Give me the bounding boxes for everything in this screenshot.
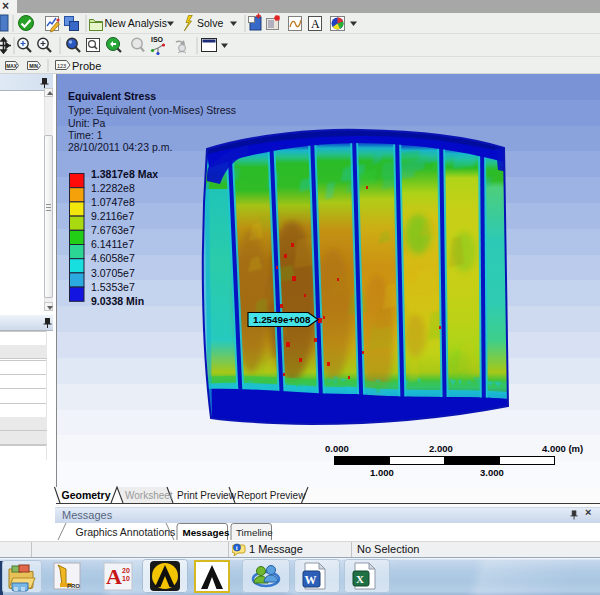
svg-text:Report Preview: Report Preview: [237, 490, 306, 501]
svg-text:6.1411e7: 6.1411e7: [91, 238, 134, 250]
svg-text:4.000 (m): 4.000 (m): [542, 443, 583, 454]
svg-text:10: 10: [122, 575, 130, 582]
svg-text:1.2282e8: 1.2282e8: [91, 182, 135, 194]
svg-text:New Analysis: New Analysis: [105, 17, 167, 29]
svg-text:20: 20: [122, 567, 130, 574]
svg-text:ISO: ISO: [151, 36, 164, 43]
svg-text:W: W: [305, 573, 317, 587]
svg-text:Worksheet: Worksheet: [125, 490, 173, 501]
svg-text:i: i: [236, 544, 238, 551]
svg-text:3.0705e7: 3.0705e7: [91, 267, 135, 279]
svg-text:A: A: [106, 564, 122, 589]
svg-text:MIN: MIN: [29, 64, 38, 69]
svg-text:Messages: Messages: [183, 527, 230, 538]
svg-text:PRO: PRO: [67, 583, 80, 589]
svg-text:Graphics Annotations: Graphics Annotations: [76, 526, 176, 538]
svg-text:Geometry: Geometry: [62, 489, 111, 501]
svg-text:1.2549e+008: 1.2549e+008: [253, 314, 311, 325]
svg-text:A: A: [311, 17, 320, 31]
svg-text:X: X: [356, 573, 364, 585]
svg-text:1.3817e8 Max: 1.3817e8 Max: [91, 170, 158, 180]
svg-text:9.2116e7: 9.2116e7: [91, 210, 134, 222]
svg-text:123: 123: [57, 63, 66, 69]
svg-text:1.5353e7: 1.5353e7: [91, 281, 135, 293]
svg-text:Probe: Probe: [72, 60, 101, 72]
svg-text:MAX: MAX: [6, 64, 17, 69]
svg-text:9.0338 Min: 9.0338 Min: [91, 295, 144, 307]
svg-text:Print Preview: Print Preview: [177, 490, 237, 501]
svg-text:Solve: Solve: [197, 17, 223, 29]
svg-text:Timeline: Timeline: [236, 527, 273, 538]
svg-text:4.6058e7: 4.6058e7: [91, 252, 135, 264]
svg-text:0.000: 0.000: [325, 443, 349, 454]
svg-text:1.000: 1.000: [370, 467, 394, 477]
svg-text:7.6763e7: 7.6763e7: [91, 224, 135, 236]
svg-text:2.000: 2.000: [429, 443, 453, 454]
svg-text:1.0747e8: 1.0747e8: [91, 196, 135, 208]
svg-text:3.000: 3.000: [480, 467, 504, 477]
